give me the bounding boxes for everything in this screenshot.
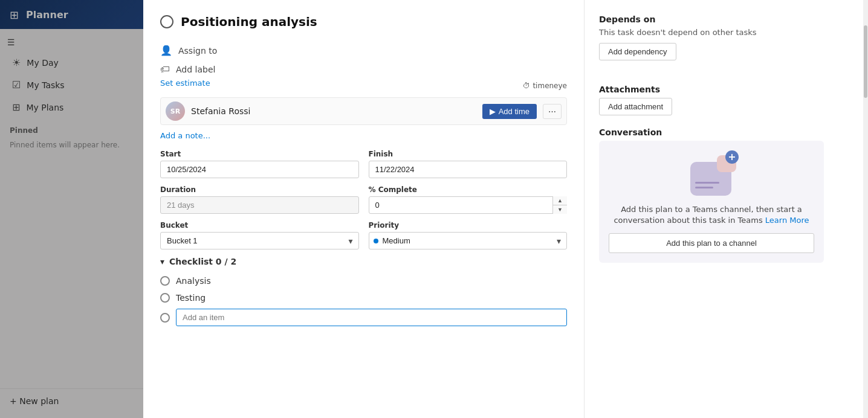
- add-item-input[interactable]: [176, 309, 567, 326]
- percent-complete-spinner-wrapper: ▲ ▼: [369, 196, 568, 214]
- person-icon: 👤: [160, 45, 172, 56]
- duration-label: Duration: [160, 185, 359, 194]
- priority-field-group: Priority Medium Low High ▾: [369, 221, 568, 249]
- percent-complete-field-group: % Complete ▲ ▼: [369, 185, 568, 214]
- conversation-section: Conversation + Add this plan to a Teams …: [599, 127, 824, 263]
- checklist-item-analysis: Analysis: [160, 272, 567, 289]
- depends-on-desc: This task doesn't depend on other tasks: [599, 28, 824, 37]
- add-time-label: Add time: [499, 107, 530, 116]
- scrollbar-thumb[interactable]: [864, 25, 867, 98]
- conv-line-1: [695, 182, 719, 184]
- finish-input[interactable]: [369, 161, 568, 178]
- priority-select[interactable]: Medium Low High: [369, 232, 568, 249]
- spinner-down-button[interactable]: ▼: [553, 205, 567, 214]
- conversation-illustration: +: [684, 150, 739, 196]
- checklist-item-label-analysis: Analysis: [176, 276, 211, 286]
- dialog-right-panel: Depends on This task doesn't depend on o…: [585, 0, 838, 418]
- play-icon: ▶: [490, 107, 496, 116]
- bucket-select-wrapper: Bucket 1 Bucket 2 ▾: [160, 232, 359, 249]
- plus-circle: +: [725, 150, 739, 164]
- finish-field-group: Finish: [369, 150, 568, 178]
- spinner-controls: ▲ ▼: [552, 196, 567, 214]
- timeneye-label: timeneye: [533, 82, 567, 90]
- task-title-row: Positioning analysis: [160, 14, 567, 29]
- checklist-radio-testing[interactable]: [160, 293, 170, 303]
- conversation-box: + Add this plan to a Teams channel, then…: [599, 141, 824, 263]
- conv-line-2: [695, 187, 713, 188]
- assign-to-label: Assign to: [178, 46, 217, 56]
- clock-icon: ⏱: [523, 82, 530, 90]
- checklist-section: ▾ Checklist 0 / 2 Analysis Testing: [160, 257, 567, 329]
- depends-on-title: Depends on: [599, 14, 824, 24]
- scrollbar[interactable]: [863, 0, 868, 418]
- add-dependency-button[interactable]: Add dependency: [599, 43, 676, 60]
- learn-more-link[interactable]: Learn More: [765, 216, 809, 225]
- task-completion-circle[interactable]: [160, 15, 173, 28]
- add-time-button[interactable]: ▶ Add time: [482, 104, 537, 119]
- add-attachment-button[interactable]: Add attachment: [599, 98, 672, 115]
- add-item-row: [160, 306, 567, 329]
- priority-label: Priority: [369, 221, 568, 230]
- form-grid: Start Finish Duration % Complete ▲ ▼: [160, 150, 567, 249]
- add-label-row[interactable]: 🏷 Add label: [160, 60, 567, 79]
- checklist-header[interactable]: ▾ Checklist 0 / 2: [160, 257, 567, 266]
- conversation-title: Conversation: [599, 127, 824, 137]
- conversation-text: Add this plan to a Teams channel, then s…: [609, 204, 814, 226]
- set-estimate-link[interactable]: Set estimate: [160, 79, 210, 88]
- attachments-section: Attachments Add attachment: [599, 85, 824, 115]
- user-name: Stefania Rossi: [191, 106, 476, 116]
- chevron-down-icon: ▾: [160, 257, 164, 266]
- dialog-left-panel: Positioning analysis 👤 Assign to 🏷 Add l…: [143, 0, 585, 418]
- user-avatar: SR: [166, 101, 185, 121]
- add-label-label: Add label: [176, 65, 215, 74]
- user-row: SR Stefania Rossi ▶ Add time ⋯: [160, 97, 567, 125]
- checklist-radio-analysis[interactable]: [160, 276, 170, 286]
- task-dialog: Positioning analysis 👤 Assign to 🏷 Add l…: [143, 0, 868, 418]
- start-label: Start: [160, 150, 359, 158]
- timeneye-badge: ⏱ timeneye: [523, 82, 567, 90]
- depends-on-section: Depends on This task doesn't depend on o…: [599, 14, 824, 72]
- assign-to-row[interactable]: 👤 Assign to: [160, 41, 567, 60]
- label-icon: 🏷: [160, 63, 170, 75]
- add-channel-button[interactable]: Add this plan to a channel: [609, 233, 814, 253]
- add-note-link[interactable]: Add a note...: [160, 131, 567, 140]
- start-field-group: Start: [160, 150, 359, 178]
- start-input[interactable]: [160, 161, 359, 178]
- bucket-field-group: Bucket Bucket 1 Bucket 2 ▾: [160, 221, 359, 249]
- priority-select-wrapper: Medium Low High ▾: [369, 232, 568, 249]
- spinner-up-button[interactable]: ▲: [553, 196, 567, 205]
- percent-complete-input[interactable]: [369, 196, 568, 214]
- finish-label: Finish: [369, 150, 568, 158]
- ellipsis-icon: ⋯: [548, 107, 556, 116]
- bucket-select[interactable]: Bucket 1 Bucket 2: [160, 232, 359, 249]
- more-options-button[interactable]: ⋯: [543, 104, 562, 119]
- checklist-label: Checklist 0 / 2: [169, 257, 236, 266]
- checklist-item-label-testing: Testing: [176, 293, 206, 303]
- task-title: Positioning analysis: [181, 14, 317, 29]
- estimate-timeneye-row: Set estimate ⏱ timeneye: [160, 79, 567, 92]
- attachments-title: Attachments: [599, 85, 824, 94]
- duration-field-group: Duration: [160, 185, 359, 214]
- percent-complete-label: % Complete: [369, 185, 568, 194]
- duration-input: [160, 196, 359, 214]
- checklist-radio-new: [160, 313, 170, 323]
- checklist-item-testing: Testing: [160, 289, 567, 306]
- bucket-label: Bucket: [160, 221, 359, 230]
